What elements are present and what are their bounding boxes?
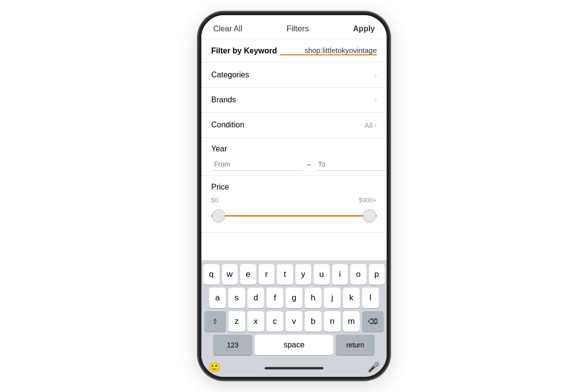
key-j[interactable]: j bbox=[324, 288, 341, 308]
keyboard-row-1: q w e r t y u i o p bbox=[203, 264, 385, 285]
key-o[interactable]: o bbox=[350, 264, 367, 285]
delete-key[interactable]: ⌫ bbox=[362, 311, 384, 332]
key-e[interactable]: e bbox=[240, 264, 256, 285]
price-max-label: $900+ bbox=[359, 196, 377, 204]
categories-right: › bbox=[374, 71, 377, 79]
year-label: Year bbox=[211, 145, 377, 153]
slider-track bbox=[211, 215, 377, 217]
mic-icon[interactable]: 🎤 bbox=[368, 361, 380, 373]
key-t[interactable]: t bbox=[277, 264, 293, 285]
price-section: Price $0 $900+ bbox=[201, 176, 387, 233]
price-label: Price bbox=[211, 183, 377, 192]
slider-thumb-max[interactable] bbox=[363, 209, 376, 222]
key-v[interactable]: v bbox=[286, 311, 302, 332]
key-a[interactable]: a bbox=[209, 288, 226, 308]
year-inputs: – bbox=[211, 158, 377, 171]
price-slider[interactable] bbox=[211, 207, 377, 224]
key-c[interactable]: c bbox=[267, 311, 283, 332]
phone-frame: Clear All Filters Apply Filter by Keywor… bbox=[198, 12, 390, 380]
key-m[interactable]: m bbox=[343, 311, 360, 332]
key-y[interactable]: y bbox=[295, 264, 312, 285]
slider-thumb-min[interactable] bbox=[212, 209, 225, 222]
brands-row[interactable]: Brands › bbox=[201, 88, 387, 113]
keyboard: q w e r t y u i o p a s d f g h j k l ⇧ … bbox=[201, 260, 387, 377]
categories-chevron-icon: › bbox=[374, 71, 377, 79]
space-key[interactable]: space bbox=[255, 335, 333, 355]
brands-chevron-icon: › bbox=[374, 96, 377, 104]
key-s[interactable]: s bbox=[228, 288, 245, 308]
numbers-key[interactable]: 123 bbox=[213, 335, 252, 355]
key-b[interactable]: b bbox=[305, 311, 321, 332]
condition-row[interactable]: Condition All › bbox=[201, 113, 387, 138]
categories-row[interactable]: Categories › bbox=[201, 63, 387, 88]
year-section: Year – bbox=[201, 138, 387, 176]
key-g[interactable]: g bbox=[286, 288, 302, 308]
key-p[interactable]: p bbox=[369, 264, 385, 285]
key-w[interactable]: w bbox=[222, 264, 238, 285]
key-n[interactable]: n bbox=[324, 311, 341, 332]
key-u[interactable]: u bbox=[314, 264, 330, 285]
year-from-input[interactable] bbox=[211, 158, 303, 171]
key-x[interactable]: x bbox=[247, 311, 264, 332]
keyboard-row-4: 123 space return bbox=[203, 335, 385, 355]
clear-all-button[interactable]: Clear All bbox=[213, 24, 243, 33]
home-indicator bbox=[265, 367, 323, 369]
filter-content: Filter by Keyword Categories › Brands › … bbox=[201, 39, 387, 260]
keyword-label: Filter by Keyword bbox=[211, 47, 280, 55]
key-q[interactable]: q bbox=[203, 264, 220, 285]
brands-right: › bbox=[374, 96, 377, 104]
price-min-label: $0 bbox=[211, 196, 218, 204]
condition-label: Condition bbox=[211, 121, 245, 129]
brands-label: Brands bbox=[211, 96, 236, 104]
emoji-icon[interactable]: 🙂 bbox=[208, 361, 220, 373]
price-range-labels: $0 $900+ bbox=[211, 196, 377, 204]
nav-title: Filters bbox=[286, 24, 309, 34]
key-l[interactable]: l bbox=[362, 288, 379, 308]
year-to-input[interactable] bbox=[315, 158, 387, 171]
shift-key[interactable]: ⇧ bbox=[204, 311, 226, 332]
keyboard-bottom: 🙂 🎤 bbox=[203, 358, 385, 375]
keyword-row: Filter by Keyword bbox=[201, 39, 387, 63]
key-r[interactable]: r bbox=[259, 264, 275, 285]
keyboard-row-3: ⇧ z x c v b n m ⌫ bbox=[203, 311, 385, 332]
year-dash: – bbox=[307, 160, 311, 169]
key-h[interactable]: h bbox=[305, 288, 321, 308]
categories-label: Categories bbox=[211, 71, 249, 79]
apply-button[interactable]: Apply bbox=[353, 24, 375, 33]
condition-value: All bbox=[365, 121, 373, 129]
key-d[interactable]: d bbox=[247, 288, 264, 308]
key-f[interactable]: f bbox=[267, 288, 283, 308]
return-key[interactable]: return bbox=[336, 335, 375, 355]
nav-bar: Clear All Filters Apply bbox=[201, 15, 387, 39]
condition-chevron-icon: › bbox=[374, 121, 377, 129]
key-z[interactable]: z bbox=[228, 311, 245, 332]
keyword-input[interactable] bbox=[280, 46, 377, 55]
key-k[interactable]: k bbox=[343, 288, 360, 308]
key-i[interactable]: i bbox=[332, 264, 348, 285]
keyboard-row-2: a s d f g h j k l bbox=[203, 288, 385, 308]
condition-right: All › bbox=[365, 121, 377, 129]
